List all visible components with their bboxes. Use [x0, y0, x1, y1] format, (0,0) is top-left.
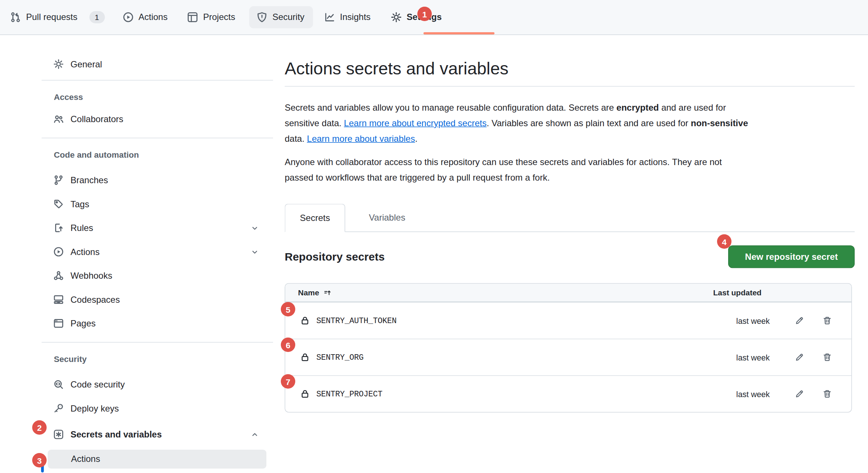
page-title: Actions secrets and variables	[285, 57, 855, 87]
sidebar-item-branches[interactable]: Branches	[42, 168, 273, 192]
sidebar-item-label: Actions	[71, 246, 100, 257]
annotation-marker-4: 4	[717, 234, 731, 249]
codespaces-icon	[53, 294, 64, 305]
nav-tab-insights[interactable]: Insights	[324, 12, 370, 23]
column-header-name: Name	[298, 288, 319, 297]
sidebar-divider	[42, 342, 273, 343]
sidebar-item-rules[interactable]: Rules	[42, 216, 273, 240]
sort-ascending-icon[interactable]	[324, 288, 332, 297]
sidebar-item-label: Collaborators	[71, 114, 124, 125]
sidebar-item-label: Tags	[71, 198, 90, 209]
tab-variables[interactable]: Variables	[359, 204, 416, 232]
sidebar-item-deploy-keys[interactable]: Deploy keys	[42, 396, 273, 420]
chevron-up-icon[interactable]	[252, 431, 258, 438]
sidebar-item-label: General	[71, 58, 102, 70]
sidebar-item-label: Pages	[71, 318, 96, 329]
sidebar-item-actions[interactable]: Actions	[42, 240, 273, 264]
settings-sidebar: General Access Collaborators Code and au…	[42, 35, 273, 469]
paragraph-line: passed to workflows that are triggered b…	[285, 170, 855, 185]
new-repository-secret-button[interactable]: New repository secret	[728, 245, 855, 268]
play-icon	[122, 12, 134, 23]
gear-icon	[391, 12, 402, 23]
sidebar-item-collaborators[interactable]: Collaborators	[42, 107, 273, 131]
emphasized-text: non-sensitive	[691, 118, 748, 128]
secret-row: SENTRY_ORG last week	[285, 339, 851, 375]
shield-icon	[256, 12, 268, 23]
body-text: . Variables are shown as plain text and …	[487, 118, 691, 128]
tag-icon	[53, 199, 64, 209]
sidebar-subitem-label: Actions	[71, 454, 100, 464]
annotation-marker-3: 3	[32, 453, 47, 467]
nav-tab-security[interactable]: Security	[249, 6, 313, 28]
sidebar-item-label: Branches	[71, 175, 108, 186]
secrets-variables-tabnav: Secrets Variables	[285, 204, 855, 232]
body-text: Secrets and variables allow you to manag…	[285, 103, 617, 113]
sidebar-item-tags[interactable]: Tags	[42, 192, 273, 216]
body-text: and are used for	[659, 103, 726, 113]
active-tab-underline	[424, 32, 495, 34]
edit-pencil-icon[interactable]	[795, 353, 804, 362]
paragraph-line: Anyone with collaborator access to this …	[285, 154, 855, 170]
secret-row: SENTRY_AUTH_TOKEN last week	[285, 302, 851, 339]
play-icon	[53, 246, 64, 257]
sidebar-section-header-security: Security	[42, 352, 273, 367]
nav-label: Actions	[138, 12, 168, 23]
repository-secrets-heading: Repository secrets	[285, 251, 385, 264]
page: Pull requests 1 Actions Projects	[0, 0, 868, 473]
delete-trash-icon[interactable]	[822, 389, 832, 399]
nav-label: Insights	[340, 12, 371, 23]
nav-label: Pull requests	[26, 12, 78, 23]
annotation-marker-6: 6	[281, 338, 295, 352]
secret-name: SENTRY_ORG	[316, 353, 364, 362]
secret-name: SENTRY_PROJECT	[316, 389, 383, 398]
learn-more-link[interactable]: Learn more about encrypted secrets	[344, 118, 487, 128]
sidebar-item-general[interactable]: General	[42, 52, 273, 76]
pull-requests-count-badge: 1	[89, 11, 105, 23]
edit-pencil-icon[interactable]	[795, 316, 804, 326]
nav-tab-actions[interactable]: Actions	[122, 12, 168, 23]
nav-tab-settings[interactable]: Settings	[391, 12, 442, 23]
chevron-down-icon[interactable]	[252, 225, 258, 231]
code-scan-icon	[53, 379, 64, 390]
delete-trash-icon[interactable]	[822, 353, 832, 362]
pull-request-icon	[10, 12, 21, 23]
edit-pencil-icon[interactable]	[795, 389, 804, 399]
key-icon	[53, 403, 64, 414]
chevron-down-icon[interactable]	[252, 248, 258, 255]
sidebar-item-label: Webhooks	[71, 270, 112, 281]
tab-label: Variables	[369, 213, 405, 223]
annotation-marker-5: 5	[281, 302, 295, 316]
sidebar-section-header-access: Access	[42, 90, 273, 105]
secrets-table: Name Last updated SENTRY_AUTH_TOKEN last…	[285, 283, 852, 413]
asterisk-box-icon	[53, 429, 64, 440]
nav-tab-pull-requests[interactable]: Pull requests 1	[10, 11, 105, 23]
annotation-marker-2: 2	[32, 420, 47, 435]
nav-label: Security	[272, 12, 305, 23]
lock-icon	[300, 353, 310, 362]
sidebar-item-code-security[interactable]: Code security	[42, 373, 273, 397]
sidebar-item-label: Secrets and variables	[71, 429, 162, 440]
tab-label: Secrets	[300, 213, 330, 223]
description-paragraph: Anyone with collaborator access to this …	[285, 154, 855, 185]
sidebar-subitem-actions-selected[interactable]: Actions	[48, 450, 266, 469]
project-table-icon	[187, 12, 198, 23]
nav-tab-projects[interactable]: Projects	[187, 12, 235, 23]
sidebar-item-secrets-and-variables[interactable]: Secrets and variables	[42, 423, 273, 447]
secret-name: SENTRY_AUTH_TOKEN	[316, 316, 397, 325]
sidebar-item-codespaces[interactable]: Codespaces	[42, 288, 273, 312]
sidebar-item-pages[interactable]: Pages	[42, 312, 273, 336]
last-updated-value: last week	[736, 389, 770, 398]
description-paragraph: Secrets and variables allow you to manag…	[285, 100, 855, 147]
git-branch-icon	[53, 175, 64, 186]
body-text: Anyone with collaborator access to this …	[285, 157, 722, 167]
sidebar-item-webhooks[interactable]: Webhooks	[42, 264, 273, 288]
paragraph-line: Secrets and variables allow you to manag…	[285, 100, 855, 115]
tab-secrets[interactable]: Secrets	[285, 204, 346, 232]
gear-icon	[53, 59, 64, 70]
learn-more-link[interactable]: Learn more about variables	[307, 134, 415, 144]
secrets-table-header: Name Last updated	[285, 284, 851, 302]
delete-trash-icon[interactable]	[822, 316, 832, 326]
paragraph-line: sensitive data. Learn more about encrypt…	[285, 115, 855, 131]
last-updated-value: last week	[736, 353, 770, 362]
lock-icon	[300, 389, 310, 399]
